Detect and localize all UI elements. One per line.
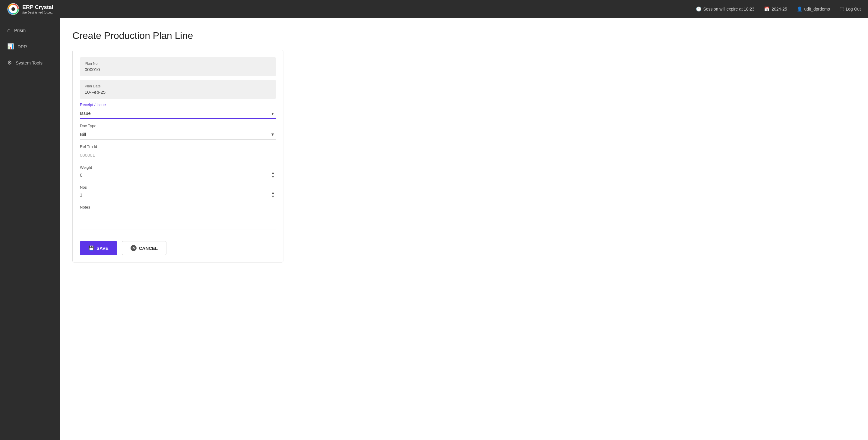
header-right: 🕐 Session will expire at 18:23 📅 2024-25… bbox=[696, 6, 861, 12]
form-divider bbox=[80, 236, 276, 236]
weight-label: Weight bbox=[80, 165, 276, 170]
logout-button[interactable]: ⬚ Log Out bbox=[840, 6, 861, 12]
ref-trn-id-label: Ref Trn Id bbox=[80, 144, 276, 149]
clock-icon: 🕐 bbox=[696, 6, 702, 12]
logout-label: Log Out bbox=[846, 7, 861, 11]
home-icon: ⌂ bbox=[7, 27, 10, 33]
action-row: 💾 SAVE ✕ CANCEL bbox=[80, 241, 276, 255]
user-info: 👤 udit_dprdemo bbox=[797, 6, 830, 12]
cancel-x-icon: ✕ bbox=[130, 245, 136, 251]
sidebar-item-dpr[interactable]: 📊 DPR bbox=[0, 39, 60, 54]
nos-input[interactable] bbox=[80, 191, 270, 198]
weight-stepper: ▲ ▼ bbox=[270, 171, 276, 179]
doc-type-group: Doc Type Bill Invoice Receipt ▼ bbox=[80, 124, 276, 139]
form-card: Plan No 000010 Plan Date 10-Feb-25 Recei… bbox=[72, 50, 283, 262]
page-title: Create Production Plan Line bbox=[72, 30, 856, 41]
doc-type-select[interactable]: Bill Invoice Receipt bbox=[80, 129, 276, 139]
nos-stepper: ▲ ▼ bbox=[270, 191, 276, 198]
receipt-issue-wrapper: Issue Receipt ▼ bbox=[80, 108, 276, 119]
content-area: Create Production Plan Line Plan No 0000… bbox=[60, 18, 868, 440]
notes-input[interactable] bbox=[80, 212, 276, 230]
nos-decrement-button[interactable]: ▼ bbox=[270, 195, 276, 198]
chart-icon: 📊 bbox=[7, 43, 14, 50]
logout-icon: ⬚ bbox=[840, 6, 844, 12]
weight-field: ▲ ▼ bbox=[80, 171, 276, 180]
weight-input[interactable] bbox=[80, 171, 270, 179]
receipt-issue-group: Receipt / Issue Issue Receipt ▼ bbox=[80, 102, 276, 119]
cancel-button[interactable]: ✕ CANCEL bbox=[122, 241, 167, 255]
sidebar-item-label-system-tools: System Tools bbox=[16, 60, 42, 65]
sidebar-item-prism[interactable]: ⌂ Prism bbox=[0, 23, 60, 38]
header: ERP Crystal the best is yet to be.. 🕐 Se… bbox=[0, 0, 868, 18]
plan-date-value: 10-Feb-25 bbox=[85, 90, 271, 95]
receipt-issue-select[interactable]: Issue Receipt bbox=[80, 108, 276, 119]
main-layout: ⌂ Prism 📊 DPR ⚙ System Tools Create Prod… bbox=[0, 18, 868, 440]
nos-group: Nos ▲ ▼ bbox=[80, 185, 276, 200]
cancel-label: CANCEL bbox=[139, 246, 158, 251]
sidebar-item-label-dpr: DPR bbox=[18, 44, 27, 49]
save-label: SAVE bbox=[96, 246, 108, 251]
plan-date-label: Plan Date bbox=[85, 84, 271, 88]
receipt-issue-label: Receipt / Issue bbox=[80, 102, 276, 107]
weight-group: Weight ▲ ▼ bbox=[80, 165, 276, 180]
save-button[interactable]: 💾 SAVE bbox=[80, 241, 117, 255]
year-info: 📅 2024-25 bbox=[764, 6, 787, 12]
logo: ERP Crystal the best is yet to be.. bbox=[7, 3, 53, 15]
sidebar: ⌂ Prism 📊 DPR ⚙ System Tools bbox=[0, 18, 60, 440]
logo-text: ERP Crystal the best is yet to be.. bbox=[22, 4, 53, 14]
calendar-icon: 📅 bbox=[764, 6, 770, 12]
doc-type-wrapper: Bill Invoice Receipt ▼ bbox=[80, 129, 276, 139]
svg-point-1 bbox=[11, 7, 15, 11]
logo-icon bbox=[7, 3, 19, 15]
plan-no-field: Plan No 000010 bbox=[80, 57, 276, 76]
user-icon: 👤 bbox=[797, 6, 803, 12]
nos-increment-button[interactable]: ▲ bbox=[270, 191, 276, 195]
ref-trn-id-group: Ref Trn Id bbox=[80, 144, 276, 160]
plan-no-value: 000010 bbox=[85, 67, 271, 72]
weight-decrement-button[interactable]: ▼ bbox=[270, 175, 276, 179]
sidebar-item-label-prism: Prism bbox=[14, 28, 26, 33]
session-label: Session will expire at 18:23 bbox=[703, 7, 755, 11]
nos-label: Nos bbox=[80, 185, 276, 190]
doc-type-label: Doc Type bbox=[80, 124, 276, 128]
ref-trn-id-input[interactable] bbox=[80, 150, 276, 160]
year-label: 2024-25 bbox=[772, 7, 787, 11]
weight-increment-button[interactable]: ▲ bbox=[270, 171, 276, 175]
sidebar-item-system-tools[interactable]: ⚙ System Tools bbox=[0, 55, 60, 70]
plan-date-field: Plan Date 10-Feb-25 bbox=[80, 80, 276, 99]
user-label: udit_dprdemo bbox=[804, 7, 830, 11]
save-icon: 💾 bbox=[88, 245, 94, 251]
notes-section: Notes bbox=[80, 205, 276, 231]
nos-field: ▲ ▼ bbox=[80, 191, 276, 200]
logo-title: ERP Crystal bbox=[22, 4, 53, 10]
logo-subtitle: the best is yet to be.. bbox=[22, 10, 53, 14]
gear-icon: ⚙ bbox=[7, 59, 12, 66]
plan-no-label: Plan No bbox=[85, 61, 271, 66]
session-info: 🕐 Session will expire at 18:23 bbox=[696, 6, 755, 12]
notes-label: Notes bbox=[80, 205, 276, 210]
